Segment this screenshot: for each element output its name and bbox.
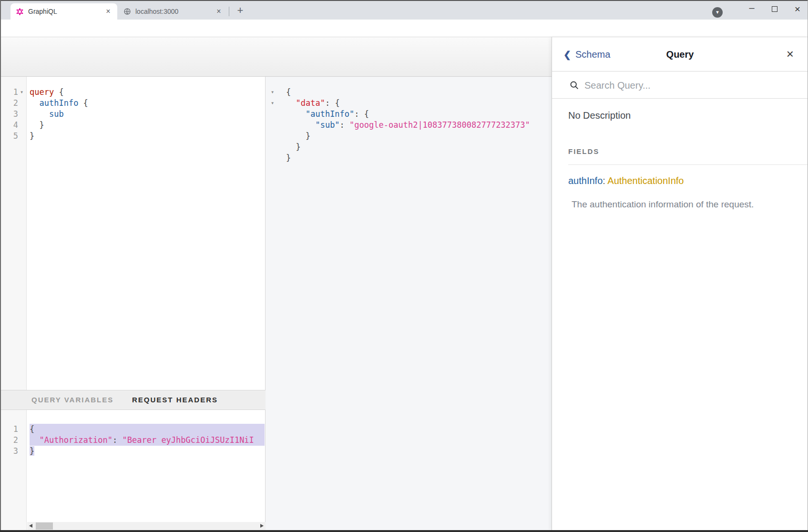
field-description: The authentication information of the re… xyxy=(572,199,754,210)
code-line: "Authorization": "Bearer eyJhbGciOiJSUzI… xyxy=(30,435,265,446)
secondary-editor-tabbar: QUERY VARIABLES REQUEST HEADERS xyxy=(0,390,266,410)
code-line: } xyxy=(286,131,552,142)
scrollbar-thumb[interactable] xyxy=(36,522,53,530)
tab-query-variables[interactable]: QUERY VARIABLES xyxy=(31,390,113,409)
query-editor[interactable]: 1 2 3 4 5 ▾ query { authInfo { sub } } xyxy=(0,77,266,390)
graphql-logo-icon xyxy=(16,8,24,16)
tab-title: GraphiQL xyxy=(28,8,104,15)
line-number: 5 xyxy=(0,131,26,142)
code-line: } xyxy=(30,446,265,457)
tab-strip: GraphiQL × localhost:3000 × + ▾ – × xyxy=(0,0,808,20)
query-editor-gutter: 1 2 3 4 5 ▾ xyxy=(0,77,27,390)
tab-separator xyxy=(229,7,229,16)
line-number: 4 xyxy=(0,120,26,131)
new-tab-button[interactable]: + xyxy=(234,4,247,18)
graphiql-topbar: GraphiQL Prettify Merge Copy History Sha… xyxy=(0,37,552,77)
code-line: } xyxy=(286,153,552,164)
code-line: query { xyxy=(30,87,265,98)
result-viewer[interactable]: ▾ ▾ { "data": { "authInfo": { "sub": "go… xyxy=(266,77,552,530)
line-number: 1 xyxy=(0,424,26,435)
doc-back-link[interactable]: ❮Schema xyxy=(563,37,610,72)
line-number: 3 xyxy=(0,109,26,120)
tab-close-icon[interactable]: × xyxy=(104,7,113,16)
fold-arrow-icon[interactable]: ▾ xyxy=(271,98,274,109)
browser-toolbar: ← → localhost:3000 UO P xyxy=(0,20,808,37)
maximize-icon xyxy=(772,6,777,12)
window-maximize-button[interactable] xyxy=(767,2,783,16)
tab-menu-chevron-icon[interactable]: ▾ xyxy=(712,7,723,18)
window-close-button[interactable]: × xyxy=(789,2,806,16)
code-line: authInfo { xyxy=(30,98,265,109)
line-number: 3 xyxy=(0,446,26,457)
tab-request-headers[interactable]: REQUEST HEADERS xyxy=(132,390,218,409)
window-frame-top xyxy=(0,0,808,1)
doc-explorer-header: ❮Schema Query × xyxy=(552,37,808,72)
browser-window: GraphiQL × localhost:3000 × + ▾ – × ← → xyxy=(0,0,808,532)
fold-arrow-icon[interactable]: ▾ xyxy=(20,87,23,98)
code-line: } xyxy=(30,120,265,131)
code-line: "data": { xyxy=(286,98,552,109)
window-frame-bottom xyxy=(0,530,808,532)
scroll-right-arrow[interactable] xyxy=(257,522,266,530)
code-line: "authInfo": { xyxy=(286,109,552,120)
doc-close-icon[interactable]: × xyxy=(787,37,794,72)
doc-explorer: ❮Schema Query × No Description FIELDS au… xyxy=(552,37,808,530)
tab-title: localhost:3000 xyxy=(135,8,215,15)
request-headers-editor[interactable]: 1 2 3 { "Authorization": "Bearer eyJhbGc… xyxy=(0,410,266,530)
line-number: 2 xyxy=(0,98,26,109)
tab-localhost[interactable]: localhost:3000 × xyxy=(117,3,228,20)
code-line: } xyxy=(30,131,265,142)
fields-heading: FIELDS xyxy=(568,147,808,165)
fold-arrow-icon[interactable]: ▾ xyxy=(271,87,274,98)
line-number: 2 xyxy=(0,435,26,446)
code-line: sub xyxy=(30,109,265,120)
field-type-link[interactable]: AuthenticationInfo xyxy=(607,175,684,186)
code-line: { xyxy=(30,424,265,435)
horizontal-scrollbar[interactable] xyxy=(27,522,266,530)
window-frame-left xyxy=(0,0,1,532)
no-description-text: No Description xyxy=(568,110,631,121)
code-line: } xyxy=(286,142,552,153)
tab-graphiql[interactable]: GraphiQL × xyxy=(10,3,117,20)
tab-close-icon[interactable]: × xyxy=(215,7,223,16)
headers-editor-gutter: 1 2 3 xyxy=(0,410,27,530)
search-icon xyxy=(569,80,580,91)
code-line: "sub": "google-oauth2|108377380082777232… xyxy=(286,120,552,131)
doc-search-input[interactable] xyxy=(584,78,789,93)
doc-search-row xyxy=(552,72,808,99)
scroll-left-arrow[interactable] xyxy=(27,522,35,530)
globe-icon xyxy=(123,8,131,15)
chevron-left-icon: ❮ xyxy=(563,50,571,60)
field-row: authInfo: AuthenticationInfo xyxy=(568,175,684,186)
window-minimize-button[interactable]: – xyxy=(744,2,760,16)
field-name-link[interactable]: authInfo xyxy=(568,175,603,186)
code-line: { xyxy=(286,87,552,98)
